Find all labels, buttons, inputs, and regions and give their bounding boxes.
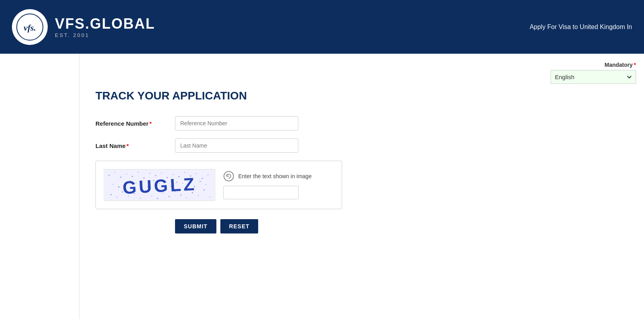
captcha-svg: GUGLZ	[104, 169, 215, 200]
svg-point-21	[111, 194, 112, 195]
language-panel: Mandatory* English French German Spanish…	[543, 58, 644, 88]
button-row: SUBMIT RESET	[175, 219, 628, 233]
svg-point-20	[208, 175, 208, 175]
captcha-instruction: Enter the text shown in image	[238, 173, 311, 179]
captcha-image: GUGLZ	[104, 169, 215, 201]
svg-point-39	[113, 184, 113, 185]
logo-circle: vfs.	[12, 9, 48, 45]
svg-point-50	[130, 181, 131, 182]
last-name-label: Last Name*	[95, 142, 175, 149]
svg-point-26	[140, 198, 140, 198]
svg-point-55	[188, 189, 189, 191]
brand-sub: EST. 2001	[55, 32, 155, 38]
svg-point-34	[186, 197, 187, 198]
page-title: TRACK YOUR APPLICATION	[95, 89, 628, 102]
svg-point-6	[126, 174, 127, 175]
svg-point-4	[115, 172, 115, 173]
mandatory-star: *	[634, 62, 636, 68]
captcha-container: GUGLZ Enter the t	[95, 161, 342, 209]
svg-point-49	[118, 186, 120, 188]
svg-point-3	[109, 175, 110, 176]
refresh-icon[interactable]	[223, 171, 234, 182]
lastname-required-star: *	[126, 142, 129, 149]
submit-button[interactable]: SUBMIT	[175, 219, 216, 233]
content-area: Mandatory* English French German Spanish…	[80, 54, 644, 319]
svg-point-51	[141, 188, 143, 190]
captcha-input[interactable]	[223, 186, 299, 199]
reference-number-input[interactable]	[175, 116, 298, 130]
svg-point-19	[202, 178, 203, 179]
captcha-instruction-row: Enter the text shown in image	[223, 171, 334, 182]
svg-text:vfs.: vfs.	[23, 23, 36, 33]
svg-point-56	[200, 181, 201, 182]
reset-button[interactable]: RESET	[220, 219, 259, 233]
svg-point-31	[169, 196, 170, 197]
svg-point-8	[138, 172, 138, 173]
svg-point-54	[176, 182, 177, 183]
svg-point-36	[198, 195, 199, 196]
svg-point-16	[184, 172, 185, 173]
svg-point-10	[150, 173, 150, 174]
logo-text-block: VFS.GLOBAL EST. 2001	[55, 16, 155, 38]
last-name-group: Last Name*	[95, 138, 628, 153]
left-sidebar	[0, 54, 80, 319]
captcha-right: Enter the text shown in image	[223, 171, 334, 199]
svg-point-18	[196, 173, 197, 174]
mandatory-label: Mandatory*	[551, 62, 636, 68]
site-header: vfs. VFS.GLOBAL EST. 2001 Apply For Visa…	[0, 0, 644, 54]
vfs-logo-icon: vfs.	[16, 13, 44, 41]
reference-number-label: Reference Number*	[95, 120, 175, 127]
svg-point-12	[161, 173, 162, 173]
svg-text:GUGLZ: GUGLZ	[122, 174, 197, 198]
svg-point-47	[206, 184, 206, 185]
reference-number-group: Reference Number*	[95, 116, 628, 130]
svg-point-37	[204, 189, 205, 191]
svg-point-38	[210, 196, 210, 197]
last-name-input[interactable]	[175, 138, 298, 153]
logo-container: vfs. VFS.GLOBAL EST. 2001	[12, 9, 155, 45]
header-tagline: Apply For Visa to United Kingdom In	[529, 23, 632, 31]
svg-point-53	[165, 187, 166, 189]
language-select[interactable]: English French German Spanish Arabic	[551, 70, 636, 84]
brand-name: VFS.GLOBAL	[55, 16, 155, 32]
ref-required-star: *	[149, 120, 152, 127]
svg-point-5	[120, 177, 121, 178]
main-wrapper: Mandatory* English French German Spanish…	[0, 54, 644, 319]
svg-point-52	[153, 180, 154, 181]
svg-point-22	[117, 197, 117, 198]
svg-point-29	[157, 198, 158, 199]
